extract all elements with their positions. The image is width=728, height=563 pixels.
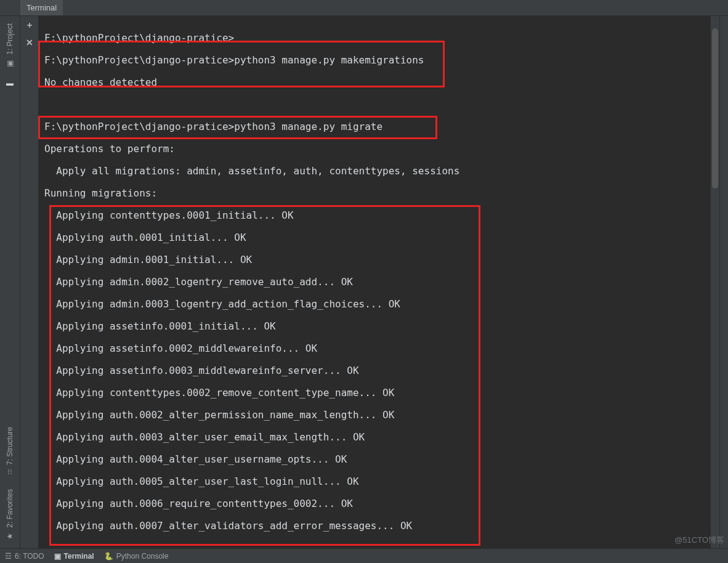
- center-column: F:\pythonProject\django-pratice>F:\pytho…: [38, 16, 719, 548]
- favorites-tool-tab[interactable]: ★ 2: Favorites: [6, 483, 14, 547]
- terminal-line: Applying admin.0001_initial... OK: [44, 255, 719, 266]
- project-tool-tab[interactable]: ▣ 1: Project: [6, 17, 14, 74]
- terminal-tool-button[interactable]: ▣ Terminal: [54, 552, 94, 561]
- terminal-line: Applying admin.0003_logentry_add_action_…: [44, 299, 719, 310]
- scrollbar-thumb[interactable]: [712, 28, 718, 188]
- left-tool-rail: ▣ 1: Project ▬ ⁝⁝ 7: Structure ★ 2: Favo…: [0, 16, 20, 548]
- terminal-line: Applying auth.0003_alter_user_email_max_…: [44, 432, 719, 444]
- terminal-line: Applying auth.0002_alter_permission_name…: [44, 410, 719, 421]
- right-edge: [719, 16, 728, 548]
- todo-icon: ☲: [5, 552, 12, 561]
- terminal-icon: ▣: [54, 552, 61, 561]
- terminal-line: Applying auth.0006_require_contenttypes_…: [44, 499, 719, 510]
- terminal-line: F:\pythonProject\django-pratice>python3 …: [44, 122, 719, 133]
- terminal-line: Applying auth.0005_alter_user_last_login…: [44, 477, 719, 488]
- structure-label: 7: Structure: [6, 427, 14, 465]
- panel-header: Terminal: [0, 0, 728, 16]
- project-icon: ▣: [6, 59, 14, 68]
- favorites-label: 2: Favorites: [6, 489, 14, 528]
- terminal-line: Applying assetinfo.0001_initial... OK: [44, 322, 719, 333]
- scrollbar-track[interactable]: [711, 16, 719, 548]
- terminal-line: [44, 89, 719, 100]
- terminal-line: Applying auth.0001_initial... OK: [44, 233, 719, 244]
- terminal-line: Applying contenttypes.0001_initial... OK: [44, 211, 719, 222]
- terminal-tool-col: ＋ ✕: [20, 16, 38, 548]
- header-blank: [63, 0, 728, 15]
- folder-icon[interactable]: ▬: [6, 79, 14, 87]
- star-icon: ★: [6, 532, 14, 541]
- terminal-line: Running migrations:: [44, 188, 719, 200]
- main-row: ▣ 1: Project ▬ ⁝⁝ 7: Structure ★ 2: Favo…: [0, 16, 728, 548]
- terminal-line: F:\pythonProject\django-pratice>python3 …: [44, 55, 719, 67]
- header-spacer: [0, 0, 20, 15]
- terminal-line: Applying assetinfo.0002_middlewareinfo..…: [44, 344, 719, 355]
- terminal-line: Applying admin.0002_logentry_remove_auto…: [44, 277, 719, 288]
- terminal-line: [44, 532, 719, 543]
- python-console-label: Python Console: [116, 552, 169, 561]
- project-label: 1: Project: [6, 23, 14, 55]
- terminal-line: Applying assetinfo.0003_middlewareinfo_s…: [44, 366, 719, 377]
- todo-label: 6: TODO: [15, 552, 44, 561]
- terminal-line: Applying auth.0007_alter_validators_add_…: [44, 521, 719, 532]
- todo-tool-button[interactable]: ☲ 6: TODO: [5, 552, 44, 561]
- terminal-line: [44, 100, 719, 111]
- terminal-line: Operations to perform:: [44, 144, 719, 155]
- structure-tool-tab[interactable]: ⁝⁝ 7: Structure: [6, 421, 14, 480]
- python-icon: 🐍: [104, 552, 113, 561]
- new-session-button[interactable]: ＋: [23, 18, 36, 32]
- bottom-toolbar: ☲ 6: TODO ▣ Terminal 🐍 Python Console: [0, 548, 728, 563]
- terminal-tab[interactable]: Terminal: [20, 0, 63, 15]
- watermark-text: @51CTO博客: [674, 535, 724, 546]
- close-session-button[interactable]: ✕: [23, 36, 36, 49]
- terminal-line: F:\pythonProject\django-pratice>: [44, 33, 719, 44]
- python-console-button[interactable]: 🐍 Python Console: [104, 552, 169, 561]
- terminal-output[interactable]: F:\pythonProject\django-pratice>F:\pytho…: [38, 16, 719, 548]
- structure-icon: ⁝⁝: [7, 468, 12, 476]
- terminal-bottom-label: Terminal: [64, 552, 94, 561]
- terminal-line: No changes detected: [44, 78, 719, 89]
- terminal-line: Applying contenttypes.0002_remove_conten…: [44, 388, 719, 399]
- terminal-line: Applying auth.0004_alter_user_username_o…: [44, 455, 719, 466]
- terminal-line: Apply all migrations: admin, assetinfo, …: [44, 166, 719, 177]
